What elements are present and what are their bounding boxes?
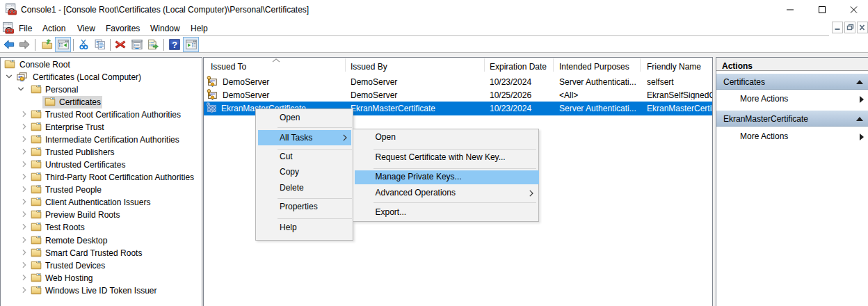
svg-text:?: ? — [172, 40, 177, 50]
